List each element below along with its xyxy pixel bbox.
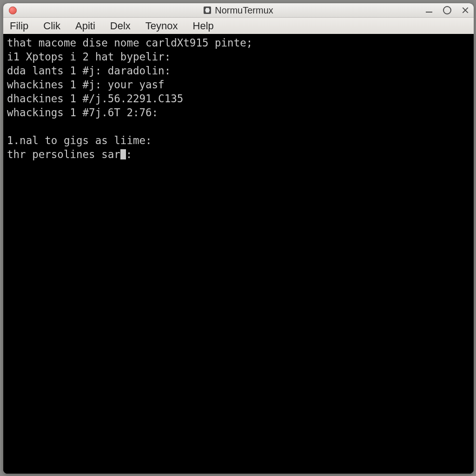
close-dot-icon[interactable]	[9, 7, 17, 14]
minimize-button[interactable]	[424, 6, 434, 15]
traffic-lights	[9, 7, 17, 14]
terminal-line: that macome dise nome carldXt915 pinte;	[7, 37, 252, 49]
terminal-trailing: :	[126, 148, 132, 160]
terminal-line: thr persolines sar	[7, 148, 120, 160]
terminal-line: whackines 1 #j: your yasf	[7, 79, 165, 91]
menu-help[interactable]: Help	[193, 20, 214, 32]
titlebar[interactable]: NormuTermux	[3, 3, 474, 18]
close-button[interactable]	[461, 6, 470, 15]
terminal-line: dhackines 1 #/j.56.2291.C135	[7, 93, 183, 105]
menu-teynox[interactable]: Teynox	[145, 20, 178, 32]
terminal-line: whackings 1 #7j.6T 2:76:	[7, 106, 158, 119]
menu-apiti[interactable]: Apiti	[75, 20, 95, 32]
terminal-area[interactable]: that macome dise nome carldXt915 pinte; …	[3, 34, 474, 474]
app-icon	[204, 7, 211, 14]
terminal-line: i1 Xptops i 2 hat bypelir:	[7, 51, 171, 63]
menu-filip[interactable]: Filip	[10, 20, 28, 32]
maximize-button[interactable]	[443, 6, 451, 14]
menu-clik[interactable]: Clik	[43, 20, 60, 32]
window-title: NormuTermux	[215, 5, 273, 16]
terminal-line: 1.nal to gigs as liime:	[7, 134, 152, 146]
window-controls	[424, 3, 470, 17]
terminal-line: dda lants 1 #j: daradolin:	[7, 65, 171, 77]
menubar: Filip Clik Apiti Delx Teynox Help	[3, 18, 474, 35]
cursor-icon	[120, 149, 126, 159]
title-center: NormuTermux	[3, 5, 474, 16]
menu-delx[interactable]: Delx	[110, 20, 131, 32]
app-window: NormuTermux Filip Clik Apiti Delx Teynox…	[3, 3, 474, 474]
